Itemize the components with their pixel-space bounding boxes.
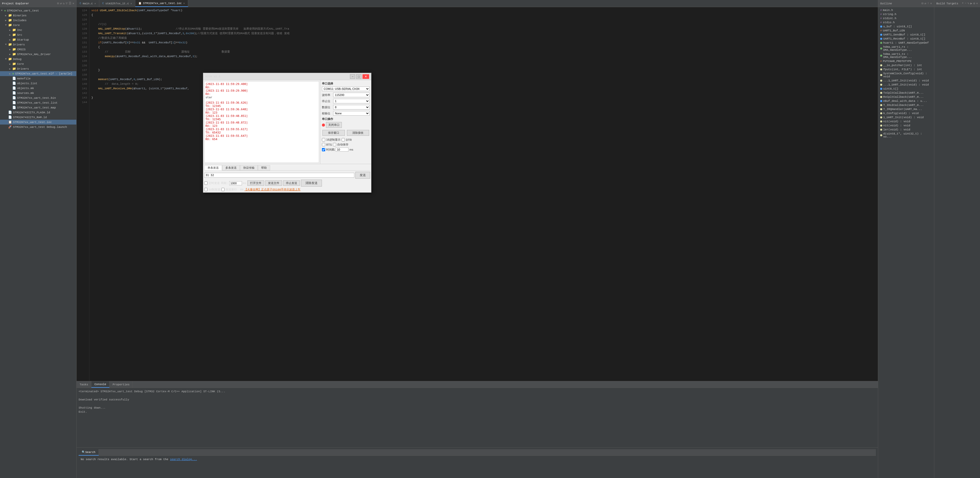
parity-select[interactable]: None (333, 111, 370, 116)
code-content[interactable]: void USAR_UART_IDLECallback(UART_HandleT… (89, 7, 878, 381)
outline-item[interactable]: SystemClock_Config(void) : void (879, 71, 933, 79)
tree-item-cmsis[interactable]: ▶ 📁 CMSIS (0, 47, 76, 52)
xcom-terminal[interactable]: [2023-11-03 11:59:29.400] RX: [2023-11-0… (204, 81, 319, 163)
sort-icon[interactable]: ↕ (928, 2, 929, 5)
tab-properties[interactable]: Properties (110, 381, 133, 387)
outline-item[interactable]: # string.h (879, 12, 933, 16)
link-icon[interactable]: ⇄ (924, 2, 926, 5)
tab-stm32-it[interactable]: C stm32h7xx_it.c ✕ (99, 0, 135, 7)
tree-item-inc[interactable]: ▶ 📁 Inc (0, 27, 76, 32)
settings-icon[interactable]: ⚙ (974, 2, 975, 5)
edit-icon[interactable]: ✎ (967, 2, 969, 5)
tree-item-makefile[interactable]: ▶ 📄 makefile (0, 76, 76, 81)
tree-item-startup[interactable]: ▶ 📁 Startup (0, 37, 76, 42)
close-icon[interactable]: ✕ (73, 2, 74, 5)
timestamp-checkbox[interactable] (322, 148, 325, 151)
outline-item[interactable]: ler(void) : void (879, 128, 933, 132)
stop-send-btn[interactable]: 停止发送 (283, 180, 300, 186)
send-input[interactable] (204, 173, 354, 178)
xcom-tab-single[interactable]: 单条发送 (204, 165, 222, 170)
outline-item[interactable]: d(uint8_t*, uint32_t) : vo... (879, 132, 933, 139)
tree-item-launch[interactable]: ▶ 🚀 STM32H7xx_uart_test Debug.launch (0, 125, 76, 129)
tab-close-icon[interactable]: ✕ (183, 2, 185, 5)
baud-select[interactable]: 115200 (333, 93, 370, 97)
code-editor[interactable]: 124 125 126 127 128 129 130 131 132 133 … (76, 7, 878, 381)
tree-item-bin[interactable]: ▶ 📄 STM32H7xx_uart_test.bin (0, 95, 76, 100)
outline-item[interactable]: uint8_t[] (879, 87, 933, 91)
clear-recv-btn[interactable]: 清除接收 (347, 130, 369, 136)
xcom-minimize-btn[interactable]: − (350, 74, 355, 79)
close-port-btn[interactable]: 关闭串口 (326, 122, 342, 128)
rts-checkbox[interactable] (322, 143, 325, 146)
outline-item[interactable]: T_IDLECallback(UART_H... (879, 103, 933, 107)
tree-item-objects-list[interactable]: ▶ 📄 objects.list (0, 81, 76, 86)
outline-item[interactable]: nit(void) : void (879, 124, 933, 128)
xcom-restore-btn[interactable]: □ (356, 74, 361, 79)
outline-item[interactable]: UART1_ReceBuf : uint8_t[] (879, 37, 933, 41)
xcom-close-btn[interactable]: ✕ (363, 74, 369, 79)
outline-item[interactable]: RxCpltCallback(UART_H... (879, 95, 933, 99)
close-outline-icon[interactable]: ✕ (930, 2, 932, 5)
timed-send-checkbox[interactable] (204, 181, 208, 185)
link-editor-icon[interactable]: ⇄ (60, 2, 62, 5)
tab-ioc[interactable]: 📋 STM32H7xx_uart_test.ioc ✕ (135, 0, 188, 7)
outline-item[interactable]: hdma_uart1_rx : DMA_HandleType... (879, 45, 933, 52)
outline-item[interactable]: # main.h (879, 8, 933, 12)
outline-item[interactable]: ...1_UART_Init(void) : void (879, 79, 933, 83)
build-icon[interactable]: ▶ (970, 2, 972, 5)
tree-item-ram-ld[interactable]: ▶ 📄 STM32H743IITX_RAM.ld (0, 115, 76, 120)
tab-search[interactable]: 🔍 Search (79, 449, 99, 456)
xcom-tab-multi[interactable]: 多条发送 (222, 165, 240, 170)
outline-item[interactable]: huart1 : UART_HandleTypeDef (879, 41, 933, 45)
save-window-btn[interactable]: 保存窗口 (322, 130, 345, 136)
hex-send-checkbox[interactable] (204, 188, 208, 191)
tree-item-elf[interactable]: ▶ ◆ STM32H7xx_uart_test.elf - [arm/le] (0, 71, 76, 76)
outline-item[interactable]: UART1_SendBuf : uint8_t[] (879, 33, 933, 37)
search-dialog-link[interactable]: search dialog... (170, 458, 197, 461)
tree-item-includes[interactable]: ▶ 📁 Includes (0, 18, 76, 23)
tree-item-debug-core[interactable]: ▶ 📁 Core (0, 62, 76, 66)
auto-save-checkbox[interactable] (333, 143, 336, 146)
outline-item[interactable]: eBuf_deal_with_data : u... (879, 99, 933, 103)
tree-item-debug-drivers[interactable]: ▶ 📁 Drivers (0, 66, 76, 71)
dtr-checkbox[interactable] (342, 138, 345, 141)
tree-item-binaries[interactable]: ▶ 📁 Binaries (0, 13, 76, 18)
remove-icon[interactable]: − (965, 2, 966, 5)
xcom-tab-protocol[interactable]: 协议传输 (240, 165, 258, 170)
tab-close-icon[interactable]: ✕ (130, 2, 132, 5)
outline-item[interactable]: 1_UART_Init(void) : void (879, 115, 933, 119)
outline-item[interactable]: nit(void) : void (879, 119, 933, 124)
outline-item[interactable]: __io_putchar(int) : int (879, 63, 933, 67)
timestamp-value-input[interactable] (336, 148, 348, 152)
tab-main-c[interactable]: C main.c ✕ (76, 0, 99, 7)
tree-item-ioc[interactable]: ▶ 📋 STM32H7xx_uart_test.ioc (0, 120, 76, 125)
sync-icon[interactable]: ↻ (63, 2, 65, 5)
collapse-all-icon[interactable]: ⊟ (921, 2, 923, 5)
data-bits-select[interactable]: 8 (333, 105, 370, 110)
add-icon[interactable]: + (962, 2, 964, 5)
tree-item-core[interactable]: ▼ 📁 Core (0, 23, 76, 27)
filter-icon[interactable]: ▽ (66, 2, 68, 5)
tree-item-debug[interactable]: ▼ 📁 Debug (0, 57, 76, 62)
close-bt-icon[interactable]: ✕ (976, 2, 978, 5)
outline-item[interactable]: T_IRQHandler(UART_Ha... (879, 107, 933, 111)
outline-item[interactable]: # stdint.h (879, 16, 933, 21)
send-file-btn[interactable]: 发送文件 (265, 180, 282, 186)
tree-item-hal-driver[interactable]: ▶ 📁 STM32H7xx_HAL_Driver (0, 52, 76, 57)
tree-item-list[interactable]: ▶ 📄 STM32H7xx_uart_test.list (0, 100, 76, 105)
outline-item[interactable]: u_buf : uint8_t[] (879, 24, 933, 29)
outline-item[interactable]: k_Config(void) : void (879, 111, 933, 115)
tab-tasks[interactable]: Tasks (76, 381, 91, 387)
outline-item[interactable]: # PUTCHAR_PROTOTYPE (879, 59, 933, 63)
tab-close-icon[interactable]: ✕ (94, 2, 96, 5)
hex-display-checkbox[interactable] (322, 138, 325, 141)
outline-item[interactable]: # stdio.h (879, 21, 933, 24)
menu-icon[interactable]: ☰ (69, 2, 72, 5)
outline-item[interactable]: TxCpltCallback(UART_H... (879, 91, 933, 95)
period-input[interactable] (229, 181, 242, 185)
tree-item-sources-mk[interactable]: ▶ 📄 sources.mk (0, 91, 76, 95)
xcom-tab-help[interactable]: 帮助 (258, 165, 270, 170)
tree-item-src[interactable]: ▶ 📁 Src (0, 32, 76, 37)
stop-bits-select[interactable]: 1 (333, 99, 370, 103)
outline-item[interactable]: hdma_uart1_tx : DMA_HandleType... (879, 52, 933, 59)
